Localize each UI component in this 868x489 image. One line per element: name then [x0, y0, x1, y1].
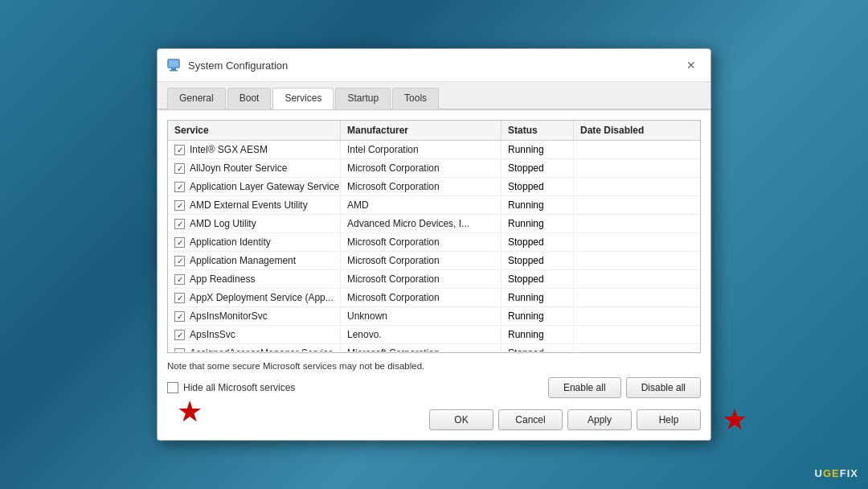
service-checkbox[interactable] — [174, 348, 185, 352]
ok-button[interactable]: OK — [429, 409, 493, 430]
service-manufacturer: Unknown — [341, 307, 502, 325]
service-manufacturer: Microsoft Corporation — [341, 289, 502, 306]
svg-rect-0 — [168, 60, 179, 68]
dialog-content: Service Manufacturer Status Date Disable… — [158, 110, 710, 440]
service-name: AppX Deployment Service (App... — [190, 292, 334, 303]
table-row[interactable]: App Readiness Microsoft Corporation Stop… — [168, 270, 700, 289]
service-checkbox[interactable] — [174, 163, 185, 174]
service-manufacturer: Microsoft Corporation — [341, 178, 502, 195]
col-header-status: Status — [502, 121, 574, 140]
service-date — [574, 307, 700, 325]
table-row[interactable]: Intel® SGX AESM Intel Corporation Runnin… — [168, 141, 700, 159]
service-date — [574, 270, 700, 288]
disable-all-button[interactable]: Disable all — [626, 377, 701, 398]
service-checkbox[interactable] — [174, 200, 185, 211]
service-status: Stopped — [502, 252, 574, 269]
service-name: ApsInsMonitorSvc — [190, 310, 268, 322]
service-manufacturer: Lenovo. — [341, 326, 502, 343]
service-checkbox[interactable] — [174, 219, 185, 229]
service-name: Intel® SGX AESM — [190, 144, 268, 155]
service-date — [574, 344, 700, 351]
service-status: Stopped — [502, 344, 574, 351]
title-bar-left: System Configuration — [167, 58, 288, 72]
service-date — [574, 326, 700, 343]
service-name-cell: ApsInsMonitorSvc — [168, 307, 341, 325]
service-checkbox[interactable] — [174, 330, 185, 340]
service-checkbox[interactable] — [174, 237, 185, 248]
cancel-button[interactable]: Cancel — [498, 409, 563, 430]
service-manufacturer: Advanced Micro Devices, I... — [341, 215, 502, 232]
service-status: Stopped — [502, 233, 574, 251]
watermark-highlight: GE — [823, 467, 840, 479]
service-status: Stopped — [502, 270, 574, 288]
table-row[interactable]: Application Layer Gateway Service Micros… — [168, 178, 700, 196]
table-row[interactable]: AMD Log Utility Advanced Micro Devices, … — [168, 215, 700, 233]
hide-ms-checkbox[interactable] — [167, 382, 178, 393]
help-button[interactable]: Help — [637, 409, 701, 430]
service-name-cell: AssignedAccessManager Service — [168, 344, 341, 351]
service-status: Stopped — [502, 159, 574, 177]
table-row[interactable]: Application Management Microsoft Corpora… — [168, 252, 700, 270]
hide-ms-text: Hide all Microsoft services — [183, 382, 295, 393]
action-buttons: Enable all Disable all — [548, 377, 701, 398]
table-row[interactable]: ApsInsMonitorSvc Unknown Running — [168, 307, 700, 326]
service-manufacturer: Microsoft Corporation — [341, 344, 502, 351]
close-button[interactable]: ✕ — [682, 55, 701, 75]
service-name: Application Layer Gateway Service — [190, 181, 339, 192]
system-configuration-dialog: System Configuration ✕ General Boot Serv… — [157, 48, 711, 441]
title-bar: System Configuration ✕ — [158, 49, 710, 82]
table-row[interactable]: AllJoyn Router Service Microsoft Corpora… — [168, 159, 700, 178]
tab-tools[interactable]: Tools — [392, 88, 439, 109]
service-checkbox[interactable] — [174, 311, 185, 322]
table-row[interactable]: AppX Deployment Service (App... Microsof… — [168, 289, 700, 307]
watermark: UGEFIX — [815, 467, 858, 479]
service-name: ApsInsSvc — [190, 329, 235, 340]
bottom-buttons: OK Cancel Apply Help — [167, 406, 701, 430]
table-row[interactable]: AssignedAccessManager Service Microsoft … — [168, 344, 700, 351]
enable-all-button[interactable]: Enable all — [548, 377, 621, 398]
svg-rect-2 — [170, 70, 178, 72]
col-header-manufacturer: Manufacturer — [341, 121, 502, 140]
service-name-cell: Application Layer Gateway Service — [168, 178, 341, 195]
service-name: Application Management — [190, 255, 296, 266]
service-name: AMD External Events Utility — [190, 199, 308, 211]
service-checkbox[interactable] — [174, 182, 185, 192]
service-checkbox[interactable] — [174, 145, 185, 155]
service-date — [574, 289, 700, 306]
services-table-wrapper: Service Manufacturer Status Date Disable… — [167, 120, 701, 353]
service-date — [574, 196, 700, 214]
service-name-cell: App Readiness — [168, 270, 341, 288]
apply-button[interactable]: Apply — [567, 409, 632, 430]
table-row[interactable]: ApsInsSvc Lenovo. Running — [168, 326, 700, 344]
dialog-icon — [167, 58, 182, 72]
service-manufacturer: Intel Corporation — [341, 141, 502, 158]
service-date — [574, 233, 700, 251]
service-name: App Readiness — [190, 273, 255, 285]
service-checkbox[interactable] — [174, 256, 185, 266]
service-manufacturer: Microsoft Corporation — [341, 233, 502, 251]
service-name-cell: AMD External Events Utility — [168, 196, 341, 214]
service-name-cell: AppX Deployment Service (App... — [168, 289, 341, 306]
service-name: AMD Log Utility — [190, 218, 256, 229]
table-row[interactable]: AMD External Events Utility AMD Running — [168, 196, 700, 215]
note-text: Note that some secure Microsoft services… — [167, 361, 701, 371]
service-date — [574, 141, 700, 158]
service-status: Running — [502, 289, 574, 306]
service-checkbox[interactable] — [174, 293, 185, 303]
service-name: AllJoyn Router Service — [190, 162, 287, 174]
tab-services[interactable]: Services — [272, 88, 334, 109]
service-checkbox[interactable] — [174, 274, 185, 285]
svg-rect-1 — [171, 68, 176, 70]
table-row[interactable]: Application Identity Microsoft Corporati… — [168, 233, 700, 252]
service-manufacturer: AMD — [341, 196, 502, 214]
tab-general[interactable]: General — [167, 88, 226, 109]
table-header: Service Manufacturer Status Date Disable… — [168, 121, 700, 141]
service-status: Stopped — [502, 178, 574, 195]
service-date — [574, 215, 700, 232]
service-status: Running — [502, 196, 574, 214]
star-annotation-right: ★ — [722, 405, 747, 434]
tab-startup[interactable]: Startup — [335, 88, 391, 109]
service-name: Application Identity — [190, 236, 271, 248]
tab-boot[interactable]: Boot — [227, 88, 272, 109]
hide-ms-label[interactable]: Hide all Microsoft services — [167, 382, 295, 393]
